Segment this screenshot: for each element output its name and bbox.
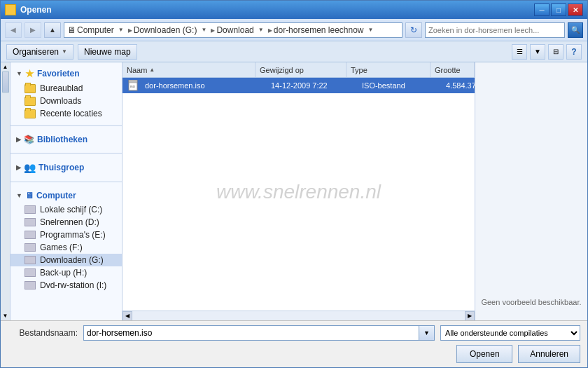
path-current: dor-horsemen leechnow ▼ [274,25,377,35]
cancel-button[interactable]: Annuleren [518,345,580,363]
address-path[interactable]: 🖥 Computer ▼ ▸ Downloaden (G:) ▼ ▸ Downl… [64,22,402,38]
file-list-header: Naam ▲ Gewijzigd op Type Grootte [122,62,475,78]
h-scroll-track[interactable] [132,311,465,321]
bottom-bar: Bestandsnaam: ▼ Alle ondersteunde compil… [1,320,587,367]
homegroup-section: ▶ 👥 Thuisgroep [10,156,122,179]
sidebar-item-downloads-label: Downloads [40,96,81,106]
filename-input[interactable] [83,325,419,341]
folder-icon [24,97,36,106]
sidebar-item-f-label: Games (F:) [40,243,83,252]
sidebar-item-h-label: Back-up (H:) [40,268,87,278]
computer-icon: 🖥 [25,191,34,200]
sidebar-item-d[interactable]: Snelrennen (D:) [10,216,122,229]
sidebar-divider-3 [10,182,122,182]
window-icon [5,4,16,15]
filename-label: Bestandsnaam: [8,328,78,338]
drive-icon [24,218,36,226]
computer-section: ▼ 🖥 Computer Lokale schijf (C:) Snelrenn… [10,185,122,294]
computer-expand-icon: ▼ [16,192,22,199]
favorites-header[interactable]: ▼ ★ Favorieten [10,65,122,82]
file-area: Naam ▲ Gewijzigd op Type Grootte [122,62,475,320]
libraries-label: Bibliotheken [37,135,88,144]
sidebar-item-c-label: Lokale schijf (C:) [40,205,102,214]
search-go-button[interactable]: 🔍 [568,22,583,38]
col-header-grootte[interactable]: Grootte [430,62,475,77]
filetype-select[interactable]: Alle ondersteunde compilaties [440,325,580,341]
window-title: Openen [20,5,52,15]
sidebar-scroll-up[interactable]: ▲ [3,64,8,70]
sidebar-item-c[interactable]: Lokale schijf (C:) [10,203,122,216]
organize-label: Organiseren [13,47,59,57]
filename-row: Bestandsnaam: ▼ Alle ondersteunde compil… [8,325,580,341]
sidebar-scrollbar[interactable]: ▲ ▼ [1,62,10,320]
main-content: ▲ ▼ ▼ ★ Favorieten Bureaublad Downloads [1,62,587,320]
filetype-select-wrap: Alle ondersteunde compilaties [440,325,580,341]
path-computer: 🖥 Computer ▼ [67,25,127,35]
drive-icon [24,281,36,289]
sidebar-item-i[interactable]: Dvd-rw-station (I:) [10,279,122,292]
col-header-type[interactable]: Type [346,62,430,77]
minimize-button[interactable]: ─ [534,4,550,16]
toolbar-right: ☰ ▼ ⊟ ? [512,44,582,60]
title-bar: Openen ─ □ ✕ [1,1,587,19]
favorites-section: ▼ ★ Favorieten Bureaublad Downloads Rece… [10,62,122,123]
sidebar-item-f[interactable]: Games (F:) [10,241,122,254]
libraries-header[interactable]: ▶ 📚 Bibliotheken [10,132,122,147]
title-bar-controls: ─ □ ✕ [534,4,583,16]
sidebar-item-recente[interactable]: Recente locaties [10,107,122,120]
address-bar: ◀ ▶ ▲ 🖥 Computer ▼ ▸ Downloaden (G:) ▼ ▸… [1,19,587,41]
refresh-button[interactable]: ↻ [405,22,422,38]
homegroup-expand-icon: ▶ [16,164,21,171]
path-download: Download ▼ [216,25,266,35]
forward-button[interactable]: ▶ [24,22,41,38]
no-preview-text: Geen voorbeeld beschikbaar. [481,298,581,306]
drive-icon [24,268,36,277]
file-type-icon: ISO [128,80,139,91]
sidebar: ▼ ★ Favorieten Bureaublad Downloads Rece… [10,62,122,320]
filename-input-wrap: ▼ [83,325,435,341]
sidebar-item-d-label: Snelrennen (D:) [40,217,99,227]
sort-icon: ▲ [149,67,155,73]
computer-label: Computer [36,191,76,200]
view-dropdown-button[interactable]: ▼ [530,44,545,60]
view-list-button[interactable]: ☰ [512,44,527,60]
drive-icon [24,231,36,239]
folder-icon [24,84,36,93]
close-button[interactable]: ✕ [568,4,583,16]
sidebar-item-g[interactable]: Downloaden (G:) [10,254,122,266]
new-folder-button[interactable]: Nieuwe map [78,44,137,60]
favorites-label: Favorieten [37,69,80,79]
sidebar-item-e[interactable]: Programma's (E:) [10,229,122,241]
col-header-gewijzigd[interactable]: Gewijzigd op [255,62,346,77]
h-scroll-right-button[interactable]: ▶ [465,311,475,321]
open-button[interactable]: Openen [456,345,512,363]
homegroup-header[interactable]: ▶ 👥 Thuisgroep [10,159,122,176]
table-row[interactable]: ISO dor-horsemen.iso 14-12-2009 7:22 ISO… [122,78,475,93]
organize-button[interactable]: Organiseren ▼ [6,44,74,60]
sidebar-item-e-label: Programma's (E:) [40,230,106,240]
sidebar-scroll-down[interactable]: ▼ [3,313,8,319]
sidebar-scroll-thumb[interactable] [2,71,9,93]
drive-icon [24,256,36,264]
homegroup-icon: 👥 [24,162,36,173]
favorites-star-icon: ★ [25,68,34,79]
h-scroll-left-button[interactable]: ◀ [122,311,132,321]
window: Openen ─ □ ✕ ◀ ▶ ▲ 🖥 Computer ▼ ▸ Downlo… [0,0,588,368]
computer-header[interactable]: ▼ 🖥 Computer [10,188,122,203]
watermark-text: www.snelrennen.nl [216,181,381,203]
sidebar-item-h[interactable]: Back-up (H:) [10,266,122,279]
view-details-button[interactable]: ⊟ [548,44,564,60]
back-button[interactable]: ◀ [5,22,22,38]
search-input[interactable] [428,26,561,34]
help-button[interactable]: ? [566,44,582,60]
sidebar-item-downloads[interactable]: Downloads [10,95,122,107]
maximize-button[interactable]: □ [551,4,566,16]
horizontal-scrollbar: ◀ ▶ [122,311,475,320]
up-button[interactable]: ▲ [44,22,61,38]
path-downloaden: Downloaden (G:) ▼ [134,25,210,35]
filename-dropdown-button[interactable]: ▼ [419,325,435,341]
svg-text:ISO: ISO [130,85,135,88]
sidebar-item-bureaublad[interactable]: Bureaublad [10,82,122,95]
search-box [425,22,565,38]
col-header-naam[interactable]: Naam ▲ [122,62,255,77]
